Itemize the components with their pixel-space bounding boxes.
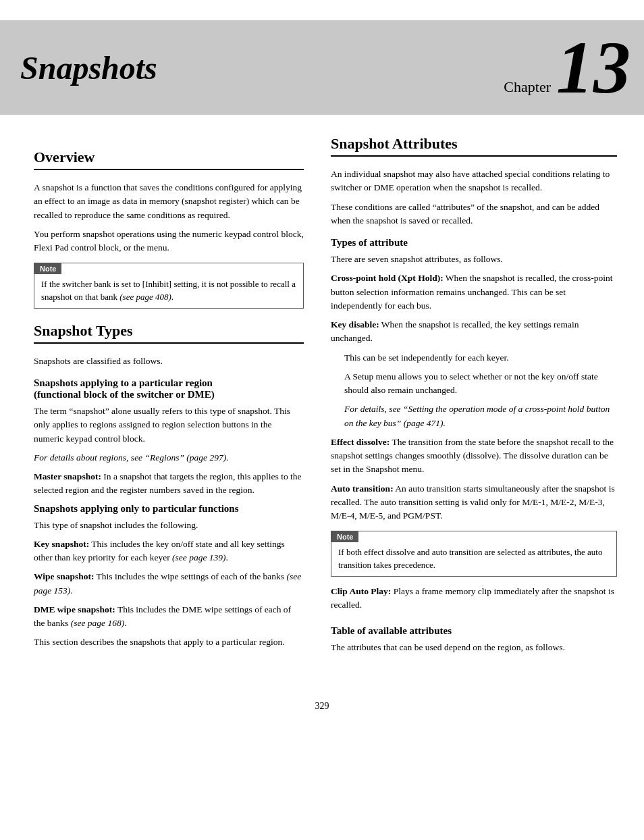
key-disable-ref: For details, see “Setting the operation …: [331, 402, 617, 430]
chapter-title: Snapshots: [20, 49, 157, 86]
key-disable-body-3: A Setup menu allows you to select whethe…: [331, 370, 617, 398]
region-body: The term “snapshot” alone usually refers…: [34, 404, 304, 446]
attributes-note-label: Note: [331, 531, 358, 542]
attributes-note-content: If both effect dissolve and auto transit…: [331, 542, 616, 576]
overview-para-1: A snapshot is a function that saves the …: [34, 181, 304, 222]
top-space: [0, 0, 644, 20]
section-outro: This section describes the snapshots tha…: [34, 635, 304, 649]
attributes-intro-1: An individual snapshot may also have att…: [331, 167, 617, 195]
table-body: The attributes that can be used depend o…: [331, 641, 617, 654]
key-disable-term: Key disable:: [331, 319, 379, 330]
clip-auto-play: Clip Auto Play: Plays a frame memory cli…: [331, 585, 617, 612]
snapshot-types-heading: Snapshot Types: [34, 322, 304, 344]
attributes-intro-2: These conditions are called “attributes”…: [331, 201, 617, 228]
attributes-note-box: Note If both effect dissolve and auto tr…: [331, 531, 617, 577]
key-disable-body-2: This can be set independently for each k…: [331, 351, 617, 365]
snapshot-types-intro: Snapshots are classified as follows.: [34, 355, 304, 368]
overview-para-2: You perform snapshot operations using th…: [34, 228, 304, 255]
dme-snapshot: DME wipe snapshot: This includes the DME…: [34, 603, 304, 631]
header-left: Snapshots: [0, 20, 324, 115]
table-heading: Table of available attributes: [331, 625, 617, 637]
overview-heading: Overview: [34, 149, 304, 170]
snapshot-types-section: Snapshot Types Snapshots are classified …: [34, 322, 304, 650]
effect-term: Effect dissolve:: [331, 437, 390, 447]
master-term: Master snapshot:: [34, 471, 101, 481]
header-right: Chapter 13: [324, 20, 644, 115]
attributes-heading: Snapshot Attributes: [331, 135, 617, 157]
overview-note-box: Note If the switcher bank is set to [Inh…: [34, 263, 304, 309]
auto-transition: Auto transition: An auto transition star…: [331, 482, 617, 523]
page: Snapshots Chapter 13 Overview A snapshot…: [0, 0, 644, 840]
chapter-number: 13: [556, 30, 630, 105]
footer: 329: [0, 687, 644, 718]
key-snapshot: Key snapshot: This includes the key on/o…: [34, 537, 304, 565]
particular-intro: This type of snapshot includes the follo…: [34, 519, 304, 532]
dme-ref: (see page 168): [71, 618, 124, 628]
dme-term: DME wipe snapshot:: [34, 604, 115, 614]
overview-note-ref: (see page 408): [119, 292, 171, 302]
left-column: Overview A snapshot is a function that s…: [34, 135, 324, 660]
master-snapshot: Master snapshot: In a snapshot that targ…: [34, 470, 304, 498]
snapshot-attributes-section: Snapshot Attributes An individual snapsh…: [331, 135, 617, 655]
overview-note-content: If the switcher bank is set to [Inhibit]…: [34, 274, 303, 308]
particular-heading: Snapshots applying only to particular fu…: [34, 503, 304, 515]
wipe-term: Wipe snapshot:: [34, 571, 94, 581]
header-banner: Snapshots Chapter 13: [0, 20, 644, 115]
overview-section: Overview A snapshot is a function that s…: [34, 149, 304, 309]
xpt-hold: Cross-point hold (Xpt Hold): When the sn…: [331, 271, 617, 313]
wipe-snapshot: Wipe snapshot: This includes the wipe se…: [34, 570, 304, 598]
main-content: Overview A snapshot is a function that s…: [0, 115, 644, 687]
key-disable: Key disable: When the snapshot is recall…: [331, 318, 617, 346]
types-of-attribute-heading: Types of attribute: [331, 237, 617, 248]
right-column: Snapshot Attributes An individual snapsh…: [324, 135, 617, 660]
key-term: Key snapshot:: [34, 539, 89, 549]
overview-note-label: Note: [34, 263, 61, 274]
auto-term: Auto transition:: [331, 483, 394, 494]
region-ref: For details about regions, see “Regions”…: [34, 451, 304, 465]
page-number: 329: [315, 701, 329, 711]
clip-term: Clip Auto Play:: [331, 586, 391, 596]
effect-dissolve: Effect dissolve: The transition from the…: [331, 436, 617, 477]
chapter-label: Chapter: [504, 78, 551, 96]
types-intro: There are seven snapshot attributes, as …: [331, 253, 617, 266]
key-ref: (see page 139): [172, 552, 225, 562]
xpt-term: Cross-point hold (Xpt Hold):: [331, 273, 444, 283]
region-heading: Snapshots applying to a particular regio…: [34, 377, 304, 400]
